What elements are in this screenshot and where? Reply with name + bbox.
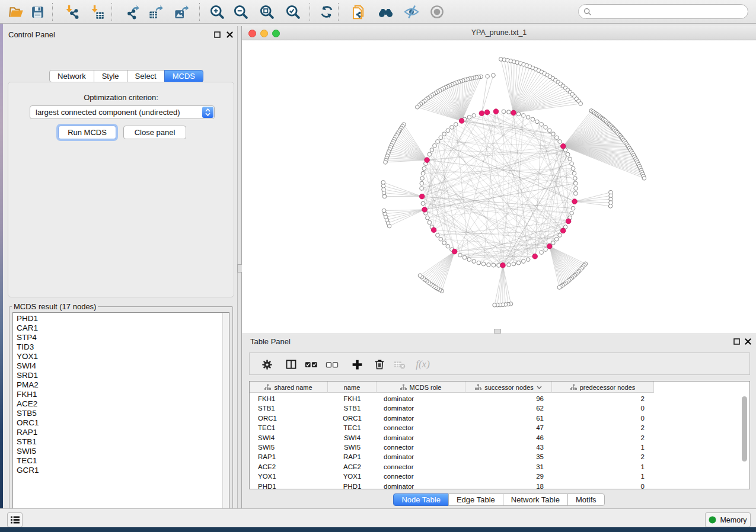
- column-header-successor-nodes[interactable]: successor nodes: [465, 382, 552, 393]
- column-tree-icon: [400, 384, 407, 390]
- network-view[interactable]: [242, 40, 756, 333]
- delete-table-icon: [390, 355, 409, 374]
- mcds-result-item[interactable]: FKH1: [13, 390, 229, 399]
- control-panel-title: Control Panel: [8, 30, 55, 39]
- close-table-panel-icon[interactable]: [744, 338, 752, 345]
- fx-label: f(x): [416, 358, 430, 370]
- mcds-result-item[interactable]: STB1: [13, 437, 229, 447]
- table-cell: ACE2: [328, 462, 377, 472]
- table-cell: 0: [552, 482, 654, 491]
- export-network-icon[interactable]: [122, 2, 141, 21]
- close-panel-button[interactable]: Close panel: [123, 126, 186, 139]
- criterion-dropdown[interactable]: largest connected component (undirected): [30, 105, 215, 119]
- column-header-MCDS-role[interactable]: MCDS role: [377, 382, 465, 393]
- float-panel-icon[interactable]: [213, 31, 221, 39]
- table-scrollbar-thumb[interactable]: [742, 396, 747, 462]
- mcds-result-item[interactable]: STB5: [13, 409, 229, 418]
- mcds-result-item[interactable]: TEC1: [13, 456, 229, 466]
- hide-selection-icon[interactable]: [402, 2, 421, 21]
- table-row[interactable]: TEC1TEC1connector472: [250, 423, 749, 432]
- new-network-from-selection-icon[interactable]: [349, 2, 368, 21]
- mcds-result-item[interactable]: ACE2: [13, 399, 229, 409]
- table-row[interactable]: SWI5SWI5connector431: [250, 443, 749, 452]
- tab-network-table[interactable]: Network Table: [503, 493, 568, 506]
- network-graph[interactable]: [242, 40, 756, 333]
- show-column-selector-icon[interactable]: [282, 355, 301, 374]
- zoom-out-icon[interactable]: [231, 2, 250, 21]
- first-neighbors-icon[interactable]: [376, 2, 395, 21]
- search-input[interactable]: [592, 7, 748, 16]
- vertical-splitter[interactable]: [237, 26, 242, 508]
- refresh-icon[interactable]: [317, 2, 336, 21]
- export-table-icon[interactable]: [146, 2, 165, 21]
- mcds-result-item[interactable]: YOX1: [13, 352, 229, 361]
- toolbar-separator: [199, 3, 200, 21]
- mcds-result-item[interactable]: SRD1: [13, 371, 229, 380]
- table-row[interactable]: YOX1YOX1connector291: [250, 472, 749, 481]
- zoom-in-icon[interactable]: [208, 2, 227, 21]
- mcds-result-list[interactable]: PHD1CAR1STP4TID3YOX1SWI4SRD1PMA2FKH1ACE2…: [12, 312, 229, 518]
- column-header-shared-name[interactable]: shared name: [250, 382, 328, 393]
- open-file-icon[interactable]: [7, 2, 25, 21]
- zoom-fit-icon[interactable]: [257, 2, 276, 21]
- mcds-result-item[interactable]: SWI4: [13, 361, 229, 371]
- deselect-all-icon[interactable]: [323, 355, 342, 374]
- table-cell: ORC1: [328, 414, 377, 423]
- tab-select[interactable]: Select: [127, 70, 165, 82]
- mcds-result-item[interactable]: PHD1: [13, 313, 229, 323]
- mcds-result-item[interactable]: SWI5: [13, 447, 229, 456]
- import-table-icon[interactable]: [87, 2, 106, 21]
- table-settings-gear-icon[interactable]: [257, 355, 276, 374]
- mcds-result-item[interactable]: STP4: [13, 333, 229, 342]
- table-cell: 1: [552, 472, 654, 481]
- zoom-selected-icon[interactable]: [283, 2, 302, 21]
- table-row[interactable]: STB1STB1dominator620: [250, 403, 749, 413]
- tab-network[interactable]: Network: [49, 70, 94, 82]
- table-cell: 2: [552, 452, 654, 462]
- table-cell: connector: [377, 462, 465, 472]
- mcds-result-item[interactable]: TID3: [13, 342, 229, 352]
- tab-mcds[interactable]: MCDS: [164, 70, 203, 82]
- delete-column-trash-icon[interactable]: [370, 355, 389, 374]
- table-row[interactable]: SWI4SWI4dominator462: [250, 433, 749, 443]
- search-field[interactable]: [578, 4, 748, 19]
- select-all-icon[interactable]: [302, 355, 321, 374]
- show-panel-list-button[interactable]: [7, 512, 23, 527]
- table-cell: YOX1: [328, 472, 377, 481]
- list-scrollbar-track[interactable]: [222, 313, 229, 518]
- network-window-titlebar[interactable]: YPA_prune.txt_1: [242, 26, 756, 40]
- table-row[interactable]: ACE2ACE2connector311: [250, 462, 749, 472]
- table-row[interactable]: PHD1PHD1dominator180: [250, 482, 749, 491]
- show-all-icon[interactable]: [428, 2, 446, 21]
- create-column-icon[interactable]: [347, 355, 366, 374]
- table-row[interactable]: FKH1FKH1dominator962: [250, 394, 749, 403]
- save-session-icon[interactable]: [28, 2, 47, 21]
- column-header-name[interactable]: name: [328, 382, 377, 393]
- run-mcds-button[interactable]: Run MCDS: [58, 126, 116, 139]
- column-label: shared name: [274, 384, 312, 391]
- mcds-result-item[interactable]: PMA2: [13, 380, 229, 390]
- tab-style[interactable]: Style: [94, 70, 127, 82]
- float-table-panel-icon[interactable]: [733, 338, 741, 345]
- tab-motifs[interactable]: Motifs: [567, 493, 605, 506]
- memory-button[interactable]: Memory: [705, 512, 751, 527]
- mcds-result-item[interactable]: CAR1: [13, 323, 229, 333]
- table-cell: STB1: [250, 403, 328, 413]
- column-header-predecessor-nodes[interactable]: predecessor nodes: [552, 382, 654, 393]
- horizontal-splitter-handle[interactable]: [494, 329, 501, 334]
- table-scrollbar-track[interactable]: [742, 394, 748, 488]
- import-network-icon[interactable]: [62, 2, 81, 21]
- tab-node-table[interactable]: Node Table: [393, 493, 449, 506]
- mcds-result-item[interactable]: ORC1: [13, 418, 229, 428]
- export-image-icon[interactable]: [171, 2, 190, 21]
- toolbar-separator: [111, 3, 112, 21]
- column-tree-icon: [570, 384, 577, 390]
- tab-edge-table[interactable]: Edge Table: [448, 493, 503, 506]
- table-row[interactable]: RAP1RAP1dominator352: [250, 452, 749, 462]
- close-panel-icon[interactable]: [226, 31, 234, 39]
- mcds-result-item[interactable]: RAP1: [13, 428, 229, 437]
- table-row[interactable]: ORC1ORC1dominator610: [250, 414, 749, 423]
- node-table: shared namenameMCDS rolesuccessor nodesp…: [249, 381, 750, 489]
- mcds-result-item[interactable]: GCR1: [13, 466, 229, 475]
- toolbar-separator: [52, 3, 53, 21]
